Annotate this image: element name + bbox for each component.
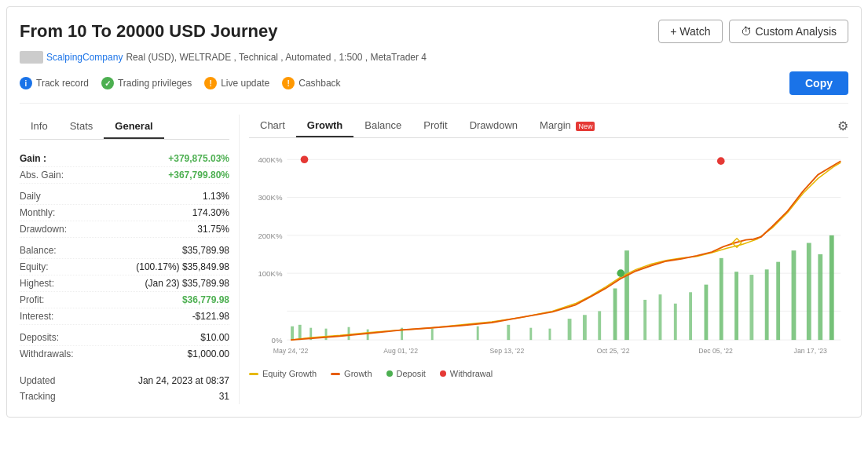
deposits-value: $10.00 — [200, 332, 229, 343]
svg-rect-26 — [613, 288, 617, 340]
chart-tab-drawdown[interactable]: Drawdown — [459, 115, 529, 137]
abs-gain-value: +367,799.80% — [168, 170, 229, 181]
svg-rect-28 — [643, 300, 646, 340]
analysis-label: Custom Analysis — [756, 25, 837, 38]
svg-rect-22 — [549, 329, 551, 340]
subtitle: ScalpingCompany Real (USD), WELTRADE , T… — [20, 51, 848, 64]
tracking-row: Tracking 31 — [20, 389, 229, 404]
custom-analysis-button[interactable]: ⏱ Custom Analysis — [729, 20, 848, 43]
svg-text:Dec 05, '22: Dec 05, '22 — [698, 347, 733, 355]
right-panel: Chart Growth Balance Profit Drawdown Mar… — [240, 115, 848, 404]
updated-label: Updated — [20, 375, 55, 386]
tab-info[interactable]: Info — [20, 115, 59, 139]
live-update-icon: ! — [204, 77, 217, 89]
legend-withdrawal: Withdrawal — [440, 369, 493, 378]
highest-label: Highest: — [20, 278, 54, 289]
svg-rect-12 — [298, 325, 302, 340]
chart-settings-icon[interactable]: ⚙ — [837, 119, 848, 133]
svg-rect-32 — [704, 285, 708, 341]
daily-value: 1.13% — [203, 191, 229, 202]
tracking-label: Tracking — [20, 391, 56, 402]
svg-rect-29 — [659, 294, 662, 340]
balance-value: $35,789.98 — [182, 245, 229, 256]
badge-track-record: i Track record — [20, 77, 89, 89]
copy-button[interactable]: Copy — [789, 71, 848, 95]
left-panel: Info Stats General Gain : +379,875.03% A… — [20, 115, 240, 404]
svg-text:0%: 0% — [272, 336, 283, 345]
withdrawals-value: $1,000.00 — [188, 348, 229, 359]
interest-value: -$121.98 — [192, 311, 229, 322]
stat-withdrawals: Withdrawals: $1,000.00 — [20, 346, 229, 362]
svg-rect-15 — [348, 327, 350, 340]
legend-growth: Growth — [331, 369, 372, 378]
daily-label: Daily — [20, 191, 41, 202]
margin-new-badge: New — [576, 122, 595, 131]
profit-label: Profit: — [20, 294, 44, 305]
chart-tab-bar: Chart Growth Balance Profit Drawdown Mar… — [249, 115, 848, 138]
withdrawal-dot-icon — [440, 370, 446, 377]
deposits-label: Deposits: — [20, 332, 59, 343]
equity-growth-label: Equity Growth — [262, 369, 317, 378]
equity-value: (100.17%) $35,849.98 — [136, 261, 229, 272]
svg-text:100K%: 100K% — [258, 269, 283, 278]
chart-legend: Equity Growth Growth Deposit Withdrawal — [249, 369, 848, 378]
legend-deposit: Deposit — [386, 369, 426, 378]
stat-equity: Equity: (100.17%) $35,849.98 — [20, 259, 229, 275]
main-content: Info Stats General Gain : +379,875.03% A… — [20, 115, 848, 404]
svg-rect-20 — [507, 325, 510, 340]
tab-stats[interactable]: Stats — [59, 115, 104, 139]
deposit-label: Deposit — [397, 369, 426, 378]
svg-rect-41 — [830, 235, 834, 340]
monthly-label: Monthly: — [20, 207, 55, 218]
svg-rect-24 — [583, 315, 587, 340]
svg-rect-23 — [568, 319, 572, 340]
chart-tab-profit[interactable]: Profit — [412, 115, 458, 137]
monthly-value: 174.30% — [192, 207, 229, 218]
watch-button[interactable]: + Watch — [658, 20, 722, 43]
svg-rect-30 — [674, 304, 677, 340]
updated-row: Updated Jan 24, 2023 at 08:37 — [20, 373, 229, 389]
svg-rect-39 — [807, 243, 811, 341]
svg-rect-40 — [818, 254, 822, 340]
stat-interest: Interest: -$121.98 — [20, 308, 229, 325]
gain-label: Gain : — [20, 153, 46, 164]
company-link[interactable]: ScalpingCompany — [46, 52, 123, 63]
chart-area: 400K% 300K% 200K% 100K% 0% — [249, 144, 848, 364]
balance-label: Balance: — [20, 245, 57, 256]
svg-text:300K%: 300K% — [258, 193, 283, 202]
svg-rect-14 — [325, 329, 328, 340]
track-record-label: Track record — [36, 78, 89, 89]
svg-rect-21 — [529, 328, 532, 340]
svg-text:May 24, '22: May 24, '22 — [273, 347, 309, 355]
svg-rect-11 — [291, 326, 294, 340]
growth-chart: 400K% 300K% 200K% 100K% 0% — [249, 144, 848, 364]
chart-tab-balance[interactable]: Balance — [353, 115, 412, 137]
svg-rect-37 — [776, 262, 780, 340]
stat-monthly: Monthly: 174.30% — [20, 205, 229, 221]
chart-tab-margin[interactable]: Margin New — [529, 115, 606, 137]
updated-value: Jan 24, 2023 at 08:37 — [138, 375, 229, 386]
track-record-icon: i — [20, 77, 32, 89]
equity-label: Equity: — [20, 261, 49, 272]
svg-text:400K%: 400K% — [258, 155, 283, 164]
left-tab-bar: Info Stats General — [20, 115, 229, 140]
badge-trading-privileges: ✓ Trading privileges — [101, 77, 192, 89]
withdrawal-label: Withdrawal — [450, 369, 493, 378]
svg-rect-35 — [749, 275, 753, 340]
svg-text:Aug 01, '22: Aug 01, '22 — [383, 347, 418, 355]
chart-tab-growth[interactable]: Growth — [296, 115, 354, 137]
clock-icon: ⏱ — [741, 25, 752, 38]
stat-balance: Balance: $35,789.98 — [20, 243, 229, 259]
badge-cashback: ! Cashback — [282, 77, 340, 89]
svg-text:200K%: 200K% — [258, 232, 283, 240]
badges-bar: i Track record ✓ Trading privileges ! Li… — [20, 71, 848, 104]
stat-gain: Gain : +379,875.03% — [20, 151, 229, 167]
cashback-icon: ! — [282, 77, 295, 89]
subtitle-details: Real (USD), WELTRADE , Technical , Autom… — [126, 52, 427, 63]
chart-tab-chart[interactable]: Chart — [249, 115, 296, 137]
drawdown-label: Drawdown: — [20, 224, 67, 235]
stat-highest: Highest: (Jan 23) $35,789.98 — [20, 275, 229, 292]
svg-rect-38 — [792, 250, 797, 340]
svg-rect-31 — [689, 292, 692, 340]
tab-general[interactable]: General — [104, 115, 163, 139]
